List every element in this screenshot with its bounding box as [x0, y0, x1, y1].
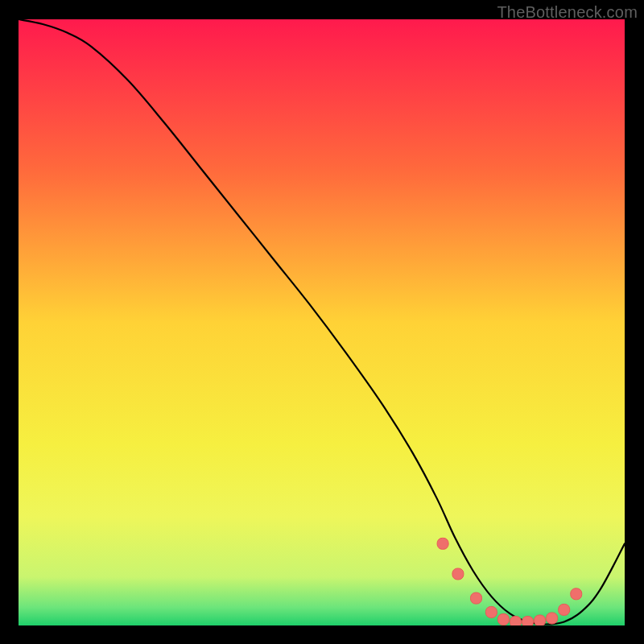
curve-marker	[471, 592, 482, 604]
curve-marker	[535, 615, 546, 625]
curve-marker	[510, 616, 521, 625]
chart-container	[19, 19, 625, 625]
curve-marker	[547, 613, 558, 624]
curve-marker	[559, 604, 570, 615]
curve-marker	[437, 538, 448, 549]
chart-background	[19, 19, 625, 625]
curve-marker	[571, 588, 582, 600]
chart-svg	[19, 19, 625, 625]
curve-marker	[497, 613, 509, 625]
curve-marker	[522, 616, 534, 625]
curve-marker	[485, 606, 497, 617]
curve-marker	[452, 568, 464, 580]
